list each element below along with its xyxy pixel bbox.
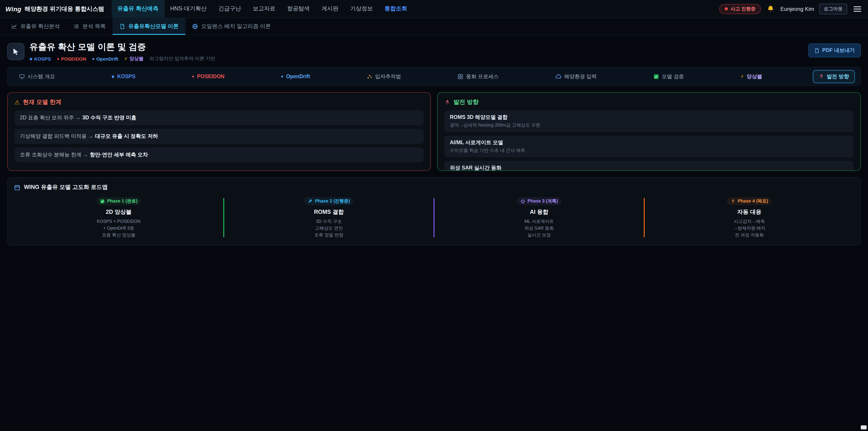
nav-item-aerial-search[interactable]: 항공탐색 — [281, 0, 315, 18]
incident-status-label: 사고 진행중 — [731, 6, 756, 12]
cloud-icon — [555, 73, 561, 80]
page-icon — [7, 43, 24, 60]
badge-poseidon: ●POSEIDON — [57, 56, 86, 61]
directions-panel: 발전 방향 ROMS 3D 해양모델 결합 광역→상세역 Nesting 200… — [437, 92, 861, 171]
phase-3-badge: Phase 3 (계획) — [517, 197, 562, 205]
section-pills-bar: 시스템 개요 ◆ KOSPS ● POSEIDON ● OpenDrift 입자… — [7, 67, 861, 86]
pill-ocean-environment-input[interactable]: 해양환경 입력 — [549, 70, 602, 83]
diamond-icon: ◆ — [29, 57, 33, 61]
nav-right: 사고 진행중 Eunjeong Kim 로그아웃 — [719, 0, 863, 18]
incident-status-badge[interactable]: 사고 진행중 — [719, 4, 761, 14]
phase-1: Phase 1 (완료) 2D 앙상블 KOSPS + POSEIDON + O… — [14, 197, 223, 238]
nav-item-board[interactable]: 게시판 — [315, 0, 344, 18]
particles-icon — [366, 73, 372, 79]
scroll-corner[interactable] — [861, 425, 867, 429]
check-square-icon — [100, 199, 105, 204]
limitation-item: 2D 표층 확산 모의 위주 →3D 수직 구조 반영 미흡 — [14, 110, 424, 125]
globe-icon — [192, 24, 198, 29]
roadmap-panel: WING 유출유 모델 고도화 로드맵 Phase 1 (완료) 2D 앙상블 … — [7, 177, 861, 245]
notification-bell-icon[interactable] — [766, 4, 776, 13]
rocket-icon — [444, 99, 450, 105]
monitor-icon — [19, 73, 25, 79]
limitations-panel: ⚠ 현재 모델 한계 2D 표층 확산 모의 위주 →3D 수직 구조 반영 미… — [7, 92, 431, 171]
nav-item-integrated-search[interactable]: 통합조회 — [379, 0, 413, 18]
rocket-icon — [731, 199, 736, 204]
phase-2: Phase 2 (진행중) ROMS 결합 3D 수직 구조 고해상도 연안 조… — [224, 197, 434, 238]
limitations-title: ⚠ 현재 모델 한계 — [8, 93, 430, 110]
pill-ensemble[interactable]: ⚡ 앙상블 — [735, 70, 768, 83]
pill-particle-tracking[interactable]: 입자추적법 — [361, 70, 407, 83]
direction-item: 위성 SAR 실시간 동화 관측 유막 데이터 모델 보정 자동화 — [444, 161, 854, 171]
dot-icon: ● — [192, 74, 194, 79]
warning-icon: ⚠ — [14, 99, 20, 105]
badge-opendrift: ●OpenDrift — [92, 56, 118, 61]
tab-model-theory[interactable]: 유출유확산모델 이론 — [112, 18, 185, 35]
top-nav: Wing 해양환경 위기대응 통합시스템 유출유 확산예측 HNS·대기확산 긴… — [0, 0, 868, 18]
app: Wing 해양환경 위기대응 통합시스템 유출유 확산예측 HNS·대기확산 긴… — [0, 0, 868, 431]
menu-icon[interactable] — [852, 5, 863, 13]
user-name: Eunjeong Kim — [780, 6, 814, 12]
dot-icon: ● — [281, 74, 283, 79]
main-nav: 유출유 확산예측 HNS·대기확산 긴급구난 보고자료 항공탐색 게시판 기상정… — [112, 0, 413, 18]
pill-system-overview[interactable]: 시스템 개요 — [13, 70, 61, 83]
rocket-icon — [819, 74, 824, 79]
chart-icon — [11, 24, 17, 29]
pill-kosps[interactable]: ◆ KOSPS — [105, 70, 141, 82]
phase-2-badge: Phase 2 (진행중) — [304, 197, 354, 205]
pill-model-validation[interactable]: 모델 검증 — [647, 70, 690, 83]
phase-3: Phase 3 (계획) AI 융합 ML 서로게이트 위성 SAR 동화 실시… — [434, 197, 644, 238]
pill-weathering-process[interactable]: 풍화 프로세스 — [452, 70, 504, 83]
directions-title: 발전 방향 — [438, 93, 860, 110]
pdf-icon — [814, 48, 819, 53]
page-subtitle: 라그랑지안 입자추적 이론 기반 — [149, 56, 215, 62]
tab-analysis-list[interactable]: 분석 목록 — [67, 18, 113, 35]
bolt-icon: ⚡ — [124, 56, 127, 62]
page-title: 유출유 확산 모델 이론 및 검증 — [29, 41, 215, 53]
dot-icon: ● — [57, 57, 59, 61]
limitation-item: 기상해양 결합 피드백 미적용 →대규모 유출 시 정확도 저하 — [14, 129, 424, 144]
nav-item-hns-dispersion[interactable]: HNS·대기확산 — [164, 0, 213, 18]
sub-tab-bar: 유출유 확산분석 분석 목록 유출유확산모델 이론 오일펜스 배치 알고리즘 이… — [0, 18, 868, 35]
tab-oilfence-algorithm[interactable]: 오일펜스 배치 알고리즘 이론 — [185, 18, 278, 35]
content-panels: ⚠ 현재 모델 한계 2D 표층 확산 모의 위주 →3D 수직 구조 반영 미… — [7, 92, 861, 171]
list-icon — [73, 24, 79, 29]
pdf-export-button[interactable]: PDF 내보내기 — [808, 43, 861, 57]
model-badges: ◆KOSPS ●POSEIDON ●OpenDrift ⚡앙상블 라그랑지안 입… — [29, 56, 215, 62]
status-dot-icon — [725, 7, 728, 10]
pill-poseidon[interactable]: ● POSEIDON — [186, 70, 230, 82]
diamond-icon: ◆ — [112, 74, 115, 79]
nav-item-reports[interactable]: 보고자료 — [247, 0, 281, 18]
brand: Wing 해양환경 위기대응 통합시스템 — [5, 0, 104, 18]
badge-ensemble: ⚡앙상블 — [124, 56, 144, 62]
limitation-item: 조류 조화상수 분해능 한계 →항만·연안 세부 예측 오차 — [14, 147, 424, 162]
dot-icon: ● — [92, 57, 94, 61]
phase-1-badge: Phase 1 (완료) — [96, 197, 141, 205]
grid-icon — [458, 73, 463, 79]
roadmap-grid: Phase 1 (완료) 2D 앙상블 KOSPS + POSEIDON + O… — [14, 197, 854, 238]
system-title: 해양환경 위기대응 통합시스템 — [25, 5, 104, 13]
nav-item-spill-prediction[interactable]: 유출유 확산예측 — [112, 0, 164, 18]
direction-item: ROMS 3D 해양모델 결합 광역→상세역 Nesting 200m급 고해상… — [444, 110, 854, 132]
roadmap-title: WING 유출유 모델 고도화 로드맵 — [14, 184, 854, 191]
pill-development-direction[interactable]: 발전 방향 — [813, 70, 855, 83]
wrench-icon — [308, 199, 313, 204]
phase-4-badge: Phase 4 (목표) — [727, 197, 772, 205]
nav-item-emergency-rescue[interactable]: 긴급구난 — [213, 0, 247, 18]
tab-spill-analysis[interactable]: 유출유 확산분석 — [4, 18, 67, 35]
cursor-arrow-icon — [11, 47, 20, 56]
nav-item-weather-info[interactable]: 기상정보 — [344, 0, 379, 18]
chip-icon — [520, 199, 525, 204]
page-header: 유출유 확산 모델 이론 및 검증 ◆KOSPS ●POSEIDON ●Open… — [0, 35, 868, 66]
document-icon — [119, 24, 125, 29]
direction-item: AI/ML 서로게이트 모델 수치모델 학습 기반 수초 내 근사 예측 — [444, 135, 854, 157]
pill-opendrift[interactable]: ● OpenDrift — [275, 70, 316, 82]
brand-logo: Wing — [5, 5, 22, 12]
bolt-icon: ⚡ — [741, 73, 744, 79]
check-square-icon — [653, 73, 659, 79]
badge-kosps: ◆KOSPS — [29, 56, 51, 61]
logout-button[interactable]: 로그아웃 — [819, 3, 847, 14]
calendar-icon — [14, 184, 20, 190]
phase-4: Phase 4 (목표) 자동 대응 사고감지→예측 →방제자원 배치 전 과정… — [645, 197, 854, 238]
